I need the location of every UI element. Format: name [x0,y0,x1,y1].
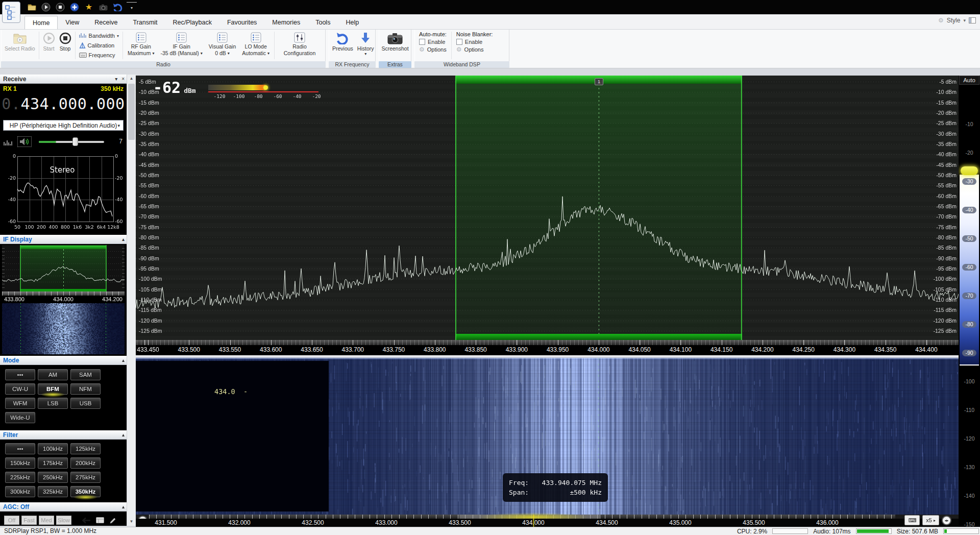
tab-favourites[interactable]: Favourites [219,16,264,29]
agc-off[interactable]: Off [4,516,19,525]
checkbox-icon[interactable] [419,39,425,45]
bandwidth-button[interactable]: Bandwidth▾ [79,32,119,40]
tab-receive[interactable]: Receive [87,16,125,29]
spectrum-frequency-tickbar[interactable] [136,340,959,345]
auto-scale-button[interactable]: Auto [959,76,979,85]
tab-home[interactable]: Home [24,16,58,29]
if-gain-button[interactable]: IF Gain -35 dB (Manual)▾ [157,30,205,61]
mode-am[interactable]: AM [38,369,68,380]
frequency-button[interactable]: Frequency [79,51,119,60]
start-button[interactable]: Start [41,30,57,61]
agc-header[interactable]: AGC: Off ▴ [0,502,127,512]
scrollbar-thumb[interactable] [128,84,135,140]
zoom-button[interactable]: x5 ▸ [922,515,939,525]
favourite-star-icon[interactable]: ★ [84,2,94,12]
mode-bfm[interactable]: BFM [38,383,68,395]
style-caret-icon[interactable]: ▾ [963,18,966,23]
filter--[interactable]: ••• [5,443,35,454]
back-arrow-icon[interactable] [81,517,91,524]
tab-help[interactable]: Help [338,16,366,29]
mode-header[interactable]: Mode ▴ [0,356,127,365]
pencil-icon[interactable] [109,517,116,524]
if-spectrum-display[interactable] [2,245,125,292]
if-waterfall-display[interactable] [2,303,125,354]
noise-blanker-options-button[interactable]: ⚙ Options [456,46,493,53]
memory-icon[interactable] [96,517,104,523]
filter-225khz[interactable]: 225kHz [5,472,35,483]
mode-cw-u[interactable]: CW-U [5,383,35,395]
mode-sam[interactable]: SAM [70,369,101,380]
screenshot-button[interactable]: Screenshot [380,30,410,61]
select-radio-button[interactable]: Select Radio [3,30,37,61]
mode-lsb[interactable]: LSB [38,398,68,409]
rx-frequency-box[interactable]: RX 1 350 kHz 0.434.000.000 [0,84,127,118]
mute-speaker-button[interactable] [17,136,32,147]
radio-configuration-button[interactable]: Radio Configuration [276,30,323,61]
app-logo-icon[interactable] [2,2,20,23]
filter-350khz[interactable]: 350kHz [70,486,101,497]
mode-usb[interactable]: USB [70,398,101,409]
previous-button[interactable]: Previous [330,30,355,61]
stop-icon[interactable] [55,2,65,12]
mode-nfm[interactable]: NFM [70,383,101,395]
frequency-display[interactable]: 0.434.000.000 [1,95,126,113]
filter-150khz[interactable]: 150kHz [5,457,35,469]
visual-gain-button[interactable]: Visual Gain 0 dB▾ [206,30,239,61]
mode-wide-u[interactable]: Wide-U [5,412,35,423]
history-button[interactable]: History ▾ [355,30,376,61]
contrast-handle[interactable] [961,166,978,175]
style-label[interactable]: Style [947,17,961,24]
tab-tools[interactable]: Tools [308,16,338,29]
play-icon[interactable] [41,2,51,12]
auto-mute-enable-checkbox[interactable]: Enable [419,39,447,45]
contrast-scale-body[interactable]: -10-20-30-40-50-60-70-80-90-100-110-120-… [959,85,980,527]
keyboard-entry-button[interactable]: ⌨ [904,515,920,525]
marker-1-flag[interactable]: 1 [595,78,603,85]
auto-mute-options-button[interactable]: ⚙ Options [419,46,447,53]
mode-wfm[interactable]: WFM [5,398,35,409]
noise-blanker-enable-checkbox[interactable]: Enable [456,39,493,45]
customize-toolbar-caret-icon[interactable]: ▾ [127,2,137,12]
rf-gain-button[interactable]: RF Gain Maximum▾ [125,30,158,61]
agc-slow[interactable]: Slow [56,516,71,525]
undo-icon[interactable] [112,2,122,12]
filter-125khz[interactable]: 125kHz [70,443,101,454]
panel-close-icon[interactable]: × [121,76,125,82]
equalizer-icon[interactable] [3,138,12,145]
tab-memories[interactable]: Memories [264,16,308,29]
tab-view[interactable]: View [58,16,87,29]
receive-panel-header[interactable]: Receive ▾ × [0,75,127,84]
panel-menu-caret-icon[interactable]: ▾ [115,76,117,82]
filter-200khz[interactable]: 200kHz [70,457,101,469]
panel-layout-icon[interactable] [969,17,976,23]
audio-device-select[interactable]: HP (Périphérique High Definition Audio) … [3,120,124,131]
filter-100khz[interactable]: 100kHz [38,443,68,454]
volume-slider-handle[interactable] [72,137,78,146]
audio-spectrum-display[interactable] [2,151,125,233]
filter-325khz[interactable]: 325kHz [38,486,68,497]
filter-275khz[interactable]: 275kHz [70,472,101,483]
mode--[interactable]: ••• [5,369,35,380]
filter-300khz[interactable]: 300kHz [5,486,35,497]
filter-header[interactable]: Filter ▴ [0,430,127,440]
calibration-button[interactable]: Calibration [79,41,119,50]
agc-fast[interactable]: Fast [21,516,37,525]
receive-panel-scrollbar[interactable]: ▲ ▼ [127,75,136,526]
volume-slider[interactable] [39,137,104,146]
pan-right-button[interactable]: ◂▸ [942,516,951,525]
rf-spectrum-display[interactable] [136,76,959,340]
lo-mode-button[interactable]: LO Mode Automatic▾ [239,30,273,61]
add-icon[interactable] [69,2,80,12]
filter-175khz[interactable]: 175kHz [38,457,68,469]
checkbox-icon[interactable] [456,39,462,45]
agc-med[interactable]: Med [39,516,54,525]
collapse-icon[interactable]: ▴ [122,504,125,510]
camera-icon[interactable] [98,2,108,12]
tab-rec-playback[interactable]: Rec/Playback [165,16,219,29]
tab-transmit[interactable]: Transmit [125,16,165,29]
collapse-icon[interactable]: ▴ [122,357,125,363]
filter-250khz[interactable]: 250kHz [38,472,68,483]
scroll-up-icon[interactable]: ▲ [127,75,136,83]
scroll-down-icon[interactable]: ▼ [127,518,136,526]
if-display-header[interactable]: IF Display ▴ [0,235,127,244]
